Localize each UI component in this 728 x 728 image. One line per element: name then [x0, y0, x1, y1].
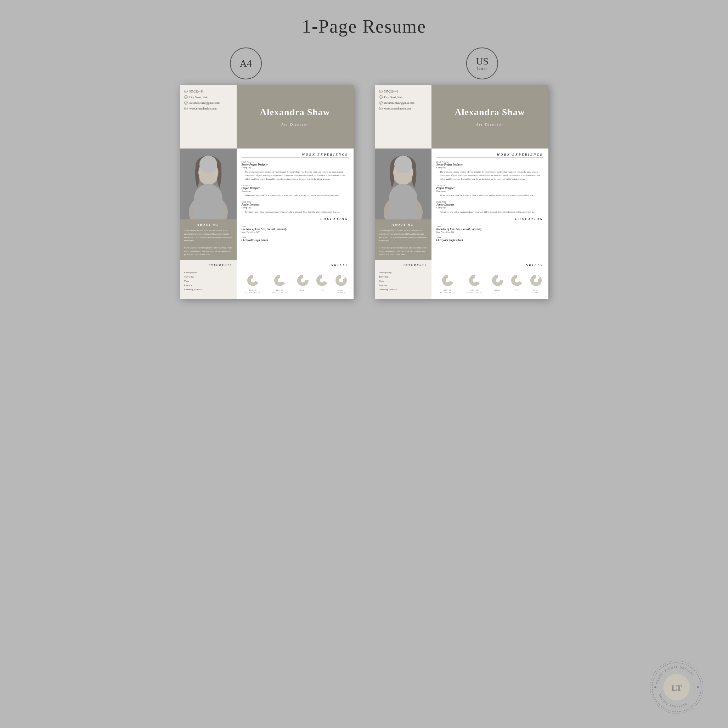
name-bold-us: Alexandra — [454, 107, 499, 117]
work-entries-us: 2015-Present Senior Project Designer Com… — [436, 161, 543, 214]
work-experience-section-us: WORK EXPERIENCE 2015-Present Senior Proj… — [431, 149, 548, 260]
email-icon-us: @ — [379, 101, 382, 104]
work-experience-heading: WORK EXPERIENCE — [242, 153, 349, 158]
badge-us-text: US — [476, 56, 488, 66]
resume-card-us: ☏ 555-222-444 ◎ City, Street, State @ al… — [375, 85, 548, 299]
resume-card-a4: ☏ 555-222-444 ◎ City, Street, State @ al… — [180, 85, 353, 299]
resume-a4: ☏ 555-222-444 ◎ City, Street, State @ al… — [180, 85, 353, 299]
skill-us-1: ADOBE ILLUSTRAOR — [436, 273, 459, 293]
resume-name-us: Alexandra Shaw — [454, 107, 525, 118]
resume-name: Alexandra Shaw — [260, 107, 330, 118]
photo — [180, 149, 237, 219]
interest-us-4: Reading — [379, 284, 427, 287]
resume-top-us: ☏ 555-222-444 ◎ City, Street, State @ al… — [375, 85, 548, 149]
svg-point-11 — [301, 278, 305, 282]
education-heading-us: EDUCATION — [436, 217, 543, 222]
resume-top: ☏ 555-222-444 ◎ City, Street, State @ al… — [180, 85, 353, 149]
left-top-contact-us: ☏ 555-222-444 ◎ City, Street, State @ al… — [375, 85, 431, 149]
skill-5: JAVA SCRIPT — [334, 273, 349, 293]
skill-3-label: HTML — [299, 289, 306, 291]
web-icon-us: ⊕ — [379, 107, 382, 110]
interest-us-2: Traveling — [379, 275, 427, 278]
skills-title-us: SKILLS — [436, 264, 543, 268]
svg-rect-4 — [204, 183, 213, 190]
svg-point-23 — [446, 278, 450, 282]
left-photo-column-us: ABOUT ME A resume profile is a short sec… — [375, 149, 431, 260]
svg-point-29 — [515, 278, 519, 282]
skill-us-3: HTML — [490, 273, 505, 293]
skills-section: SKILLS ADOBE ILLUSTRAOR — [237, 260, 353, 299]
work-entry-us-3: 2008-2010 Junior Designer Company Recrui… — [436, 201, 543, 214]
about-me-text: A resume profile is a short section in w… — [184, 228, 232, 256]
work-entry-1: 2015-Present Senior Project Designer Com… — [242, 161, 349, 181]
job-title-us: Art Director — [476, 122, 503, 127]
name-bold: Alexandra — [260, 107, 304, 117]
skill-us-2: ADOBE PHOTOSHOP — [463, 273, 486, 293]
edu-entry-2: 2004 Cherryville High School — [242, 236, 349, 242]
title-divider-us — [454, 120, 526, 120]
interest-4: Reading — [184, 284, 232, 287]
skill-us-2-label: ADOBE PHOTOSHOP — [463, 289, 486, 293]
skill-5-label: JAVA SCRIPT — [334, 289, 349, 293]
page-title: 1-Page Resume — [0, 0, 728, 48]
work-entry-3: 2008-2010 Junior Designer Company Recrui… — [242, 201, 349, 214]
contact-phone-us: ☏ 555-222-444 — [379, 90, 427, 93]
skills-row: ADOBE ILLUSTRAOR ADOBE PHOTOSHOP — [242, 271, 349, 295]
skill-2: ADOBE PHOTOSHOP — [269, 273, 291, 293]
skill-us-4-label: CSS — [514, 289, 518, 291]
skill-1: ADOBE ILLUSTRAOR — [242, 273, 264, 293]
svg-point-18 — [384, 195, 423, 219]
svg-point-31 — [534, 278, 538, 282]
skill-2-label: ADOBE PHOTOSHOP — [269, 289, 291, 293]
resume-middle: ABOUT ME A resume profile is a short sec… — [180, 149, 353, 260]
watermark: LT PROFESSIONAL DESIGNS LOCATE TEMPLATE — [650, 661, 703, 714]
resume-header: Alexandra Shaw Art Director — [237, 85, 353, 149]
svg-point-37 — [654, 686, 656, 688]
work-entry-2: 2010-2015 Project Designer Company When … — [242, 184, 349, 197]
skills-section-us: SKILLS ADOBE ILLUSTRAOR — [431, 260, 548, 299]
resume-us: ☏ 555-222-444 ◎ City, Street, State @ al… — [375, 85, 548, 299]
badge-a4-text: A4 — [240, 58, 252, 68]
edu-entry-us-1: 2008 Bachelor of Fine Arts, Cornell Univ… — [436, 225, 543, 233]
skill-4: CSS — [315, 273, 329, 293]
svg-point-27 — [496, 278, 500, 282]
badge-us: US letter — [466, 48, 498, 80]
svg-point-2 — [189, 195, 228, 219]
contact-website: ⊕ www.alexandrashaw.com — [184, 107, 232, 110]
education-entries: 2008 Bachelor of Fine Arts, Cornell Univ… — [242, 225, 349, 242]
job-title: Art Director — [281, 122, 309, 127]
about-me-title-us: ABOUT ME — [379, 223, 427, 227]
badges-row: A4 US letter — [0, 48, 728, 80]
svg-point-21 — [393, 161, 413, 185]
skill-us-5: JAVA SCRIPT — [529, 273, 543, 293]
resumes-container: ☏ 555-222-444 ◎ City, Street, State @ al… — [0, 85, 728, 299]
interest-us-3: Yoga — [379, 280, 427, 282]
skills-row-us: ADOBE ILLUSTRAOR ADOBE PHOTOSHOP — [436, 271, 543, 295]
skill-us-1-label: ADOBE ILLUSTRAOR — [436, 289, 459, 293]
resume-bottom: INTERESTS Photography Traveling Yoga Rea… — [180, 260, 353, 299]
location-icon: ◎ — [184, 95, 188, 99]
svg-point-13 — [320, 278, 324, 282]
edu-entry-us-2: 2004 Cherryville High School — [436, 236, 543, 242]
name-light-us: Shaw — [499, 107, 525, 117]
education-heading: EDUCATION — [242, 217, 349, 222]
contact-address: ◎ City, Street, State — [184, 95, 232, 99]
interest-5: Listening to music — [184, 288, 232, 291]
location-icon-us: ◎ — [379, 95, 382, 99]
svg-point-38 — [697, 686, 699, 688]
phone-icon-us: ☏ — [379, 90, 382, 93]
edu-entry-1: 2008 Bachelor of Fine Arts, Cornell Univ… — [242, 225, 349, 233]
resume-middle-us: ABOUT ME A resume profile is a short sec… — [375, 149, 548, 260]
svg-rect-16 — [375, 149, 431, 219]
svg-rect-0 — [180, 149, 237, 219]
work-entry-us-1: 2015-Present Senior Project Designer Com… — [436, 161, 543, 181]
contact-website-us: ⊕ www.alexandrashaw.com — [379, 107, 427, 110]
contact-phone: ☏ 555-222-444 — [184, 90, 232, 93]
interests-title: INTERESTS — [184, 264, 232, 268]
badge-a4: A4 — [230, 48, 262, 80]
svg-point-25 — [473, 278, 477, 282]
interest-1: Photography — [184, 271, 232, 274]
skill-us-3-label: HTML — [494, 289, 501, 291]
contact-email-us: @ alexandra.shaw@gmail.com — [379, 101, 427, 104]
left-top-contact: ☏ 555-222-444 ◎ City, Street, State @ al… — [180, 85, 237, 149]
